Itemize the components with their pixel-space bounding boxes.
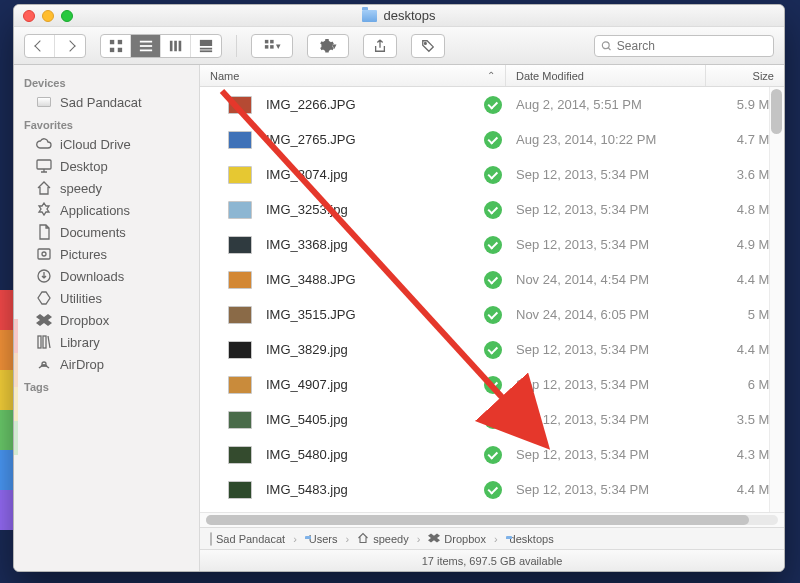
sidebar-item-speedy[interactable]: speedy [14, 177, 199, 199]
svg-rect-24 [43, 336, 46, 348]
file-thumbnail [228, 411, 252, 429]
file-name: IMG_2765.JPG [266, 132, 484, 147]
file-row[interactable]: IMG_2765.JPG Aug 23, 2014, 10:22 PM 4.7 … [200, 122, 784, 157]
sidebar-item-icloud-drive[interactable]: iCloud Drive [14, 133, 199, 155]
sidebar-item-label: Pictures [60, 247, 107, 262]
path-separator-icon: › [346, 533, 350, 545]
sync-status-icon [484, 411, 502, 429]
library-icon [36, 334, 52, 350]
file-date: Sep 12, 2013, 5:34 PM [516, 447, 716, 462]
sidebar-item-label: AirDrop [60, 357, 104, 372]
back-button[interactable] [25, 35, 55, 57]
file-row[interactable]: IMG_3368.jpg Sep 12, 2013, 5:34 PM 4.9 M… [200, 227, 784, 262]
column-view-button[interactable] [161, 35, 191, 57]
file-row[interactable]: IMG_5480.jpg Sep 12, 2013, 5:34 PM 4.3 M… [200, 437, 784, 472]
search-input[interactable] [617, 39, 767, 53]
file-name: IMG_5483.jpg [266, 482, 484, 497]
search-field[interactable] [594, 35, 774, 57]
minimize-button[interactable] [42, 10, 54, 22]
zoom-button[interactable] [61, 10, 73, 22]
column-headers: Name ⌃ Date Modified Size [200, 65, 784, 87]
file-list[interactable]: IMG_2266.JPG Aug 2, 2014, 5:51 PM 5.9 MB… [200, 87, 784, 512]
path-bar: Sad Pandacat›Users›speedy›Dropbox›deskto… [200, 527, 784, 549]
forward-button[interactable] [55, 35, 85, 57]
sidebar-item-desktop[interactable]: Desktop [14, 155, 199, 177]
svg-rect-14 [270, 39, 274, 43]
share-button[interactable] [363, 34, 397, 58]
svg-rect-5 [139, 45, 151, 47]
desktop-icon [36, 158, 52, 174]
file-row[interactable]: IMG_3829.jpg Sep 12, 2013, 5:34 PM 4.4 M… [200, 332, 784, 367]
file-date: Sep 12, 2013, 5:34 PM [516, 342, 716, 357]
sidebar-item-applications[interactable]: Applications [14, 199, 199, 221]
sync-status-icon [484, 341, 502, 359]
file-row[interactable]: IMG_2266.JPG Aug 2, 2014, 5:51 PM 5.9 MB [200, 87, 784, 122]
file-name: IMG_3829.jpg [266, 342, 484, 357]
coverflow-view-button[interactable] [191, 35, 221, 57]
sidebar-item-airdrop[interactable]: AirDrop [14, 353, 199, 375]
tags-button[interactable] [411, 34, 445, 58]
search-icon [601, 40, 612, 52]
svg-rect-9 [178, 40, 181, 51]
file-row[interactable]: IMG_5483.jpg Sep 12, 2013, 5:34 PM 4.4 M… [200, 472, 784, 507]
sidebar-item-label: Desktop [60, 159, 108, 174]
file-thumbnail [228, 131, 252, 149]
downloads-icon [36, 268, 52, 284]
close-button[interactable] [23, 10, 35, 22]
sync-status-icon [484, 131, 502, 149]
path-label: speedy [373, 533, 408, 545]
list-view-button[interactable] [131, 35, 161, 57]
path-label: Sad Pandacat [216, 533, 285, 545]
sidebar-item-library[interactable]: Library [14, 331, 199, 353]
file-row[interactable]: IMG_3253.jpg Sep 12, 2013, 5:34 PM 4.8 M… [200, 192, 784, 227]
path-crumb[interactable]: desktops [506, 533, 554, 545]
sidebar-item-dropbox[interactable]: Dropbox [14, 309, 199, 331]
chevron-down-icon: ▾ [276, 41, 281, 51]
horizontal-scrollbar[interactable] [200, 512, 784, 527]
file-row[interactable]: IMG_3488.JPG Nov 24, 2014, 4:54 PM 4.4 M… [200, 262, 784, 297]
sidebar-item-pictures[interactable]: Pictures [14, 243, 199, 265]
sidebar-item-sad-pandacat[interactable]: Sad Pandacat [14, 91, 199, 113]
svg-rect-8 [174, 40, 177, 51]
chevron-down-icon: ▾ [332, 41, 337, 51]
file-date: Nov 24, 2014, 4:54 PM [516, 272, 716, 287]
path-crumb[interactable]: Users [305, 533, 338, 545]
file-row[interactable]: IMG_5405.jpg Sep 12, 2013, 5:34 PM 3.5 M… [200, 402, 784, 437]
file-row[interactable]: IMG_4907.jpg Sep 12, 2013, 5:34 PM 6 MB [200, 367, 784, 402]
sidebar-item-label: Sad Pandacat [60, 95, 142, 110]
path-crumb[interactable]: Dropbox [428, 532, 486, 546]
file-row[interactable]: IMG_3074.jpg Sep 12, 2013, 5:34 PM 3.6 M… [200, 157, 784, 192]
file-date: Sep 12, 2013, 5:34 PM [516, 377, 716, 392]
column-header-date[interactable]: Date Modified [506, 65, 706, 86]
speedy-icon [36, 180, 52, 196]
sync-status-icon [484, 481, 502, 499]
utilities-icon [36, 290, 52, 306]
column-header-name[interactable]: Name ⌃ [200, 65, 506, 86]
file-date: Sep 12, 2013, 5:34 PM [516, 202, 716, 217]
icloud-drive-icon [36, 136, 52, 152]
file-name: IMG_3515.JPG [266, 307, 484, 322]
path-crumb[interactable]: Sad Pandacat [210, 533, 285, 545]
svg-rect-19 [37, 160, 51, 169]
sidebar-item-downloads[interactable]: Downloads [14, 265, 199, 287]
sidebar-section-favorites: Favorites [14, 117, 199, 133]
file-date: Sep 12, 2013, 5:34 PM [516, 237, 716, 252]
file-row[interactable]: IMG_3515.JPG Nov 24, 2014, 6:05 PM 5 MB [200, 297, 784, 332]
arrange-button[interactable]: ▾ [252, 35, 292, 57]
sidebar-section-devices: Devices [14, 75, 199, 91]
path-crumb[interactable]: speedy [357, 532, 408, 546]
column-header-size[interactable]: Size [706, 65, 784, 86]
icon-view-button[interactable] [101, 35, 131, 57]
vertical-scrollbar[interactable] [769, 87, 784, 512]
hard-drive-icon [36, 94, 52, 110]
svg-rect-13 [264, 39, 268, 43]
file-thumbnail [228, 306, 252, 324]
sidebar-item-documents[interactable]: Documents [14, 221, 199, 243]
path-label: Users [309, 533, 338, 545]
titlebar: desktops [14, 5, 784, 27]
svg-rect-20 [38, 249, 50, 259]
sidebar-item-label: Downloads [60, 269, 124, 284]
action-button[interactable]: ▾ [308, 35, 348, 57]
path-label: Dropbox [444, 533, 486, 545]
sidebar-item-utilities[interactable]: Utilities [14, 287, 199, 309]
